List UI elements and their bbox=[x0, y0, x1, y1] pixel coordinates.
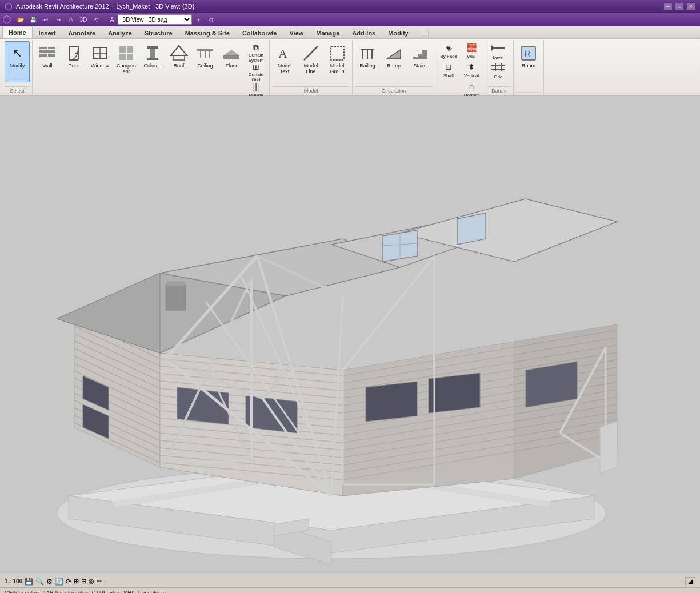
statusbar-add-icon[interactable]: ⊞ bbox=[74, 578, 79, 585]
railing-label: Railing bbox=[359, 63, 375, 69]
ceiling-button[interactable]: Ceiling bbox=[193, 41, 218, 82]
qa-save-button[interactable]: 💾 bbox=[27, 14, 39, 25]
statusbar-remove-icon[interactable]: ⊟ bbox=[81, 578, 86, 585]
tab-collaborate[interactable]: Collaborate bbox=[236, 27, 283, 38]
by-face-button[interactable]: ◈ By Face bbox=[438, 41, 459, 61]
model-line-label: Model Line bbox=[300, 63, 322, 75]
qa-dropdown-button[interactable]: ▾ bbox=[193, 14, 205, 25]
tab-annotate[interactable]: Annotate bbox=[62, 27, 102, 38]
svg-marker-101 bbox=[366, 382, 417, 422]
model-group-label: Model Group bbox=[326, 63, 348, 75]
level-label: Level bbox=[493, 55, 503, 60]
wall-label: Wall bbox=[42, 63, 52, 69]
svg-rect-151 bbox=[167, 282, 185, 286]
wall2-button[interactable]: 🧱 Wall bbox=[461, 41, 482, 61]
floor-button[interactable]: Floor bbox=[219, 41, 244, 82]
svg-rect-3 bbox=[39, 47, 47, 49]
column-button[interactable]: Column bbox=[140, 41, 165, 82]
view-selector-label: A bbox=[110, 17, 114, 23]
room-icon: R bbox=[519, 44, 538, 62]
ramp-button[interactable]: Ramp bbox=[381, 41, 406, 82]
qa-print-button[interactable]: ⎙ bbox=[65, 14, 77, 25]
modify-label: Modify bbox=[10, 63, 25, 69]
wall2-icon: 🧱 bbox=[467, 43, 477, 53]
qa-open-button[interactable]: 📂 bbox=[15, 14, 26, 25]
qa-undo-button[interactable]: ↩ bbox=[40, 14, 51, 25]
ribbon-group-select: ↖ Modify Select bbox=[2, 40, 33, 95]
vertical-button[interactable]: ⬍ Vertical bbox=[461, 61, 482, 80]
svg-rect-35 bbox=[422, 50, 427, 59]
room-button[interactable]: R Room bbox=[516, 41, 541, 82]
svg-marker-32 bbox=[387, 50, 401, 59]
tab-structure[interactable]: Structure bbox=[138, 27, 179, 38]
curtain-grid-button[interactable]: ⊞ Curtain Grid bbox=[245, 61, 267, 80]
titlebar-controls: – □ ✕ bbox=[663, 2, 695, 10]
tab-manage[interactable]: Manage bbox=[310, 27, 346, 38]
statusbar-settings-icon[interactable]: ⚙ bbox=[46, 578, 53, 586]
qa-settings-button[interactable]: ⚙ bbox=[206, 14, 217, 25]
select-group-label: Select bbox=[5, 86, 30, 95]
datum-group-label: Datum bbox=[487, 86, 511, 95]
tab-home[interactable]: Home bbox=[2, 27, 33, 38]
tab-analyze[interactable]: Analyze bbox=[102, 27, 138, 38]
svg-rect-12 bbox=[119, 54, 126, 60]
datum-group-items: Level Grid bbox=[487, 41, 511, 85]
shaft-button[interactable]: ⊟ Shaft bbox=[438, 61, 459, 80]
tab-massing[interactable]: Massing & Site bbox=[179, 27, 236, 38]
maximize-button[interactable]: □ bbox=[675, 2, 684, 10]
curtain-grid-icon: ⊞ bbox=[253, 62, 259, 71]
stairs-button[interactable]: Stairs bbox=[407, 41, 433, 82]
info-text: Click to select, TAB for alternates, CTR… bbox=[5, 590, 167, 593]
railing-button[interactable]: Railing bbox=[355, 41, 380, 82]
roof-label: Roof bbox=[173, 63, 184, 69]
grid-button[interactable]: Grid bbox=[487, 61, 509, 80]
ribbon-group-room: R Room bbox=[514, 40, 544, 95]
statusbar-rotate-icon[interactable]: ⟳ bbox=[66, 578, 71, 586]
curtain-system-button[interactable]: ⧉ Curtain System bbox=[245, 41, 267, 61]
wall-button[interactable]: Wall bbox=[35, 41, 60, 82]
tab-view[interactable]: View bbox=[283, 27, 310, 38]
view-selector[interactable]: 3D View : 3D вид bbox=[118, 14, 192, 25]
tab-extra[interactable]: ⬜ bbox=[415, 27, 435, 38]
revit-logo-icon: ⬡ bbox=[2, 13, 11, 26]
wall-icon bbox=[38, 44, 57, 62]
ribbon-group-build: Wall Door Window Component bbox=[33, 40, 270, 95]
statusbar-target-icon[interactable]: ◎ bbox=[89, 578, 94, 585]
level-button[interactable]: Level bbox=[487, 41, 509, 61]
circulation-group-items: Railing Ramp Stairs bbox=[355, 41, 433, 85]
door-button[interactable]: Door bbox=[61, 41, 86, 82]
svg-rect-33 bbox=[413, 57, 418, 59]
qa-3d-button[interactable]: 3D bbox=[78, 14, 89, 25]
model-text-label: Model Text bbox=[274, 63, 295, 75]
model-line-button[interactable]: Model Line bbox=[298, 41, 323, 82]
tab-insert[interactable]: Insert bbox=[33, 27, 62, 38]
modify-icon: ↖ bbox=[8, 44, 26, 62]
statusbar-right: ◢ bbox=[685, 577, 695, 586]
window-icon bbox=[91, 44, 109, 62]
model-group-button[interactable]: Model Group bbox=[325, 41, 350, 82]
statusbar-save-icon[interactable]: 💾 bbox=[25, 578, 33, 586]
shaft-label: Shaft bbox=[443, 73, 454, 78]
tab-addins[interactable]: Add-Ins bbox=[346, 27, 382, 38]
modify-button[interactable]: ↖ Modify bbox=[5, 41, 30, 82]
statusbar-edit-icon[interactable]: ✏ bbox=[97, 578, 102, 585]
component-button[interactable]: Component bbox=[114, 41, 139, 82]
statusbar-search-icon[interactable]: 🔍 bbox=[35, 578, 44, 586]
model-text-button[interactable]: A Model Text bbox=[272, 41, 297, 82]
close-button[interactable]: ✕ bbox=[686, 2, 695, 10]
qa-sync-button[interactable]: ⟲ bbox=[90, 14, 102, 25]
qa-redo-button[interactable]: ↪ bbox=[53, 14, 64, 25]
canvas-area[interactable] bbox=[0, 96, 700, 575]
level-icon bbox=[490, 43, 506, 54]
minimize-button[interactable]: – bbox=[663, 2, 673, 10]
roof-button[interactable]: Roof bbox=[166, 41, 191, 82]
door-label: Door bbox=[68, 63, 79, 69]
statusbar-refresh-icon[interactable]: 🔄 bbox=[55, 578, 63, 586]
opening-col2: 🧱 Wall ⬍ Vertical ⌂ Dormer bbox=[461, 41, 482, 99]
window-button[interactable]: Window bbox=[87, 41, 113, 82]
svg-marker-120 bbox=[600, 422, 617, 473]
statusbar-resize-icon[interactable]: ◢ bbox=[685, 577, 695, 586]
svg-rect-5 bbox=[69, 46, 78, 60]
tab-modify[interactable]: Modify bbox=[382, 27, 414, 38]
ribbon-group-model: A Model Text Model Line Model Group Mode… bbox=[270, 40, 353, 95]
